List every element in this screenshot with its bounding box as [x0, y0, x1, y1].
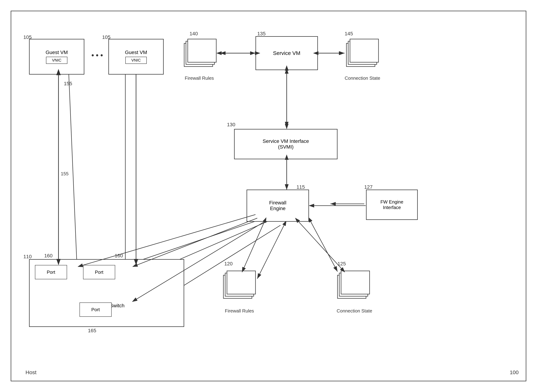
guest-vm-1: Guest VM VNIC [29, 39, 84, 75]
vnic-1-label: VNIC [52, 58, 61, 63]
fw-rules-bottom [220, 266, 259, 305]
ref-127: 127 [364, 184, 373, 190]
port-2-label: Port [95, 270, 103, 275]
ref-125: 125 [338, 261, 346, 267]
ref-110: 110 [23, 254, 32, 260]
port-1-label: Port [47, 270, 55, 275]
connection-state-top [343, 34, 382, 74]
svg-text:155: 155 [61, 171, 69, 176]
vnic-2-label: VNIC [131, 58, 141, 63]
vnic-2: VNIC [125, 57, 147, 64]
svg-rect-25 [227, 271, 255, 294]
fwei-label1: FW Engine [380, 199, 403, 205]
vnic-1: VNIC [46, 57, 67, 64]
svmi-box: Service VM Interface (SVMI) [234, 129, 338, 159]
ref-155: 155 [64, 81, 72, 87]
svg-line-15 [311, 222, 338, 272]
host-label: Host [25, 369, 37, 375]
fw-rules-top [181, 34, 220, 74]
ref-115: 115 [296, 184, 305, 190]
dots-separator: • • • [92, 51, 103, 59]
firewall-engine: Firewall Engine [247, 190, 309, 222]
guest-vm-2: Guest VM VNIC [108, 39, 164, 75]
svg-rect-22 [350, 39, 379, 62]
connection-state-top-label: Connection State [342, 75, 383, 81]
fw-rules-top-label: Firewall Rules [180, 75, 219, 81]
guest-vm-2-label: Guest VM [125, 50, 147, 55]
port-3: Port [79, 303, 112, 317]
diagram-container: 105 Guest VM VNIC • • • 105 Guest VM VNI… [11, 11, 526, 381]
svmi-label2: (SVMI) [263, 144, 309, 150]
svg-line-14 [257, 225, 284, 279]
svg-rect-28 [341, 271, 370, 294]
software-switch: Port Port Software Switch Port [29, 259, 184, 327]
connection-state-bottom-label: Connection State [334, 308, 375, 314]
ref-135: 135 [257, 31, 266, 37]
fw-rules-bottom-label: Firewall Rules [218, 308, 261, 314]
ref-165: 165 [88, 328, 96, 333]
svg-line-16 [68, 63, 77, 272]
ref-100: 100 [510, 369, 519, 375]
port-2: Port [83, 265, 115, 279]
service-vm: Service VM [255, 36, 318, 70]
ref-120: 120 [224, 261, 233, 267]
port-1: Port [35, 265, 67, 279]
firewall-engine-label1: Firewall [269, 200, 286, 206]
service-vm-label: Service VM [273, 50, 300, 56]
svg-line-39 [78, 215, 255, 267]
svg-rect-19 [188, 39, 216, 62]
fwei-label2: Interface [380, 205, 403, 210]
ref-160-2: 160 [115, 253, 123, 259]
ref-130: 130 [227, 122, 235, 127]
svmi-label: Service VM Interface [263, 138, 309, 144]
port-3-label: Port [91, 307, 100, 313]
connection-state-bottom [334, 266, 373, 305]
svg-line-42 [242, 222, 264, 272]
firewall-engine-label2: Engine [269, 206, 286, 211]
ref-160-1: 160 [44, 253, 53, 259]
fw-engine-interface: FW Engine Interface [366, 190, 418, 220]
guest-vm-1-label: Guest VM [46, 50, 68, 55]
